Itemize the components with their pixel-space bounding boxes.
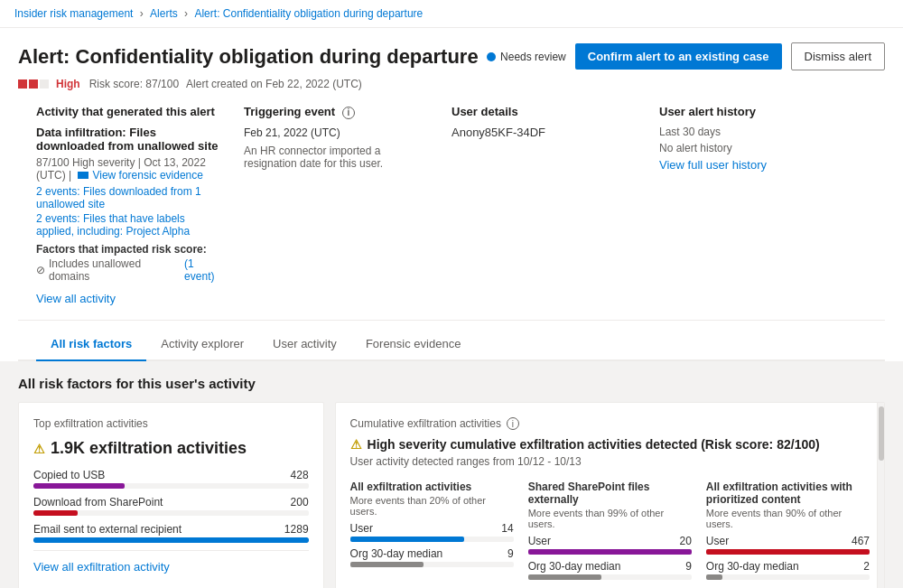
triggering-info-icon[interactable]: i [342,107,355,119]
sev-block-1 [18,79,27,89]
cumul-title-row: Cumulative exfiltration activities i [350,417,870,430]
confirm-alert-button[interactable]: Confirm alert to an existing case [575,43,782,70]
bar-email-track [33,537,309,543]
stat1-user-label: User [350,522,373,535]
cumul-sub: User activity detected ranges from 10/12… [350,455,870,468]
stat1-org-bar-fill [350,562,424,567]
bar-email-value: 1289 [284,523,309,536]
stat3-user-row: User 467 [706,535,870,547]
stat3-org-value: 2 [863,560,870,573]
stat2-org-label: Org 30-day median [528,560,621,573]
stat1-user-bar [350,537,514,542]
user-details-section: User details Anony85KF-34DF [452,105,659,305]
breadcrumb-current: Alert: Confidentiality obligation during… [194,7,423,20]
stat3-user-bar [706,549,870,555]
header-actions: Needs review Confirm alert to an existin… [487,42,885,70]
view-forensic-link[interactable]: View forensic evidence [92,169,203,182]
risk-score: Risk score: 87/100 [89,78,179,90]
stat1-user-bar-fill [350,537,465,542]
stat3-sub: More events than 90% of other users. [706,508,870,529]
cumul-warning-icon: ⚠ [350,437,362,452]
bar-email-fill [33,537,309,543]
last-30-label: Last 30 days [659,126,849,138]
tab-forensic-evidence[interactable]: Forensic evidence [351,328,476,361]
stat1-user-value: 14 [501,522,513,535]
user-id: Anony85KF-34DF [452,126,641,139]
cumul-info-icon[interactable]: i [507,417,519,430]
cumulative-card: Cumulative exfiltration activities i ⚠ H… [335,402,885,588]
stat-col-1: All exfiltration activities More events … [350,481,514,585]
stat2-sub: More events than 99% of other users. [528,508,692,529]
stat1-heading: All exfiltration activities [350,481,514,493]
needs-review-label: Needs review [500,51,566,63]
stat1-org-label: Org 30-day median [350,547,443,560]
breadcrumb-sep2: › [184,7,191,20]
stat2-org-bar [528,574,692,580]
bar-email-label: Email sent to external recipient [33,523,182,536]
stat3-org-row: Org 30-day median 2 [706,560,870,573]
stat2-user-bar-fill [528,549,692,555]
stat2-user-value: 20 [679,535,691,547]
bar-sp-fill [33,510,78,516]
stat1-sub: More events than 20% of other users. [350,495,514,517]
activity-heading: Activity that generated this alert [36,105,226,118]
stat3-org-bar-fill [706,574,722,580]
alert-created: Alert created on Feb 22, 2022 (UTC) [186,78,362,90]
stat1-org-bar [350,562,514,567]
activity-section: Activity that generated this alert Data … [36,105,244,305]
event-link-2[interactable]: 2 events: Files that have labels applied… [36,212,226,238]
forensic-icon [78,172,88,179]
stat2-user-row: User 20 [528,535,692,547]
stat3-user-bar-fill [706,549,870,555]
tabs-row: All risk factors Activity explorer User … [18,328,885,361]
tab-activity-explorer[interactable]: Activity explorer [146,328,258,361]
top-exfil-title: Top exfiltration activities [33,417,309,430]
scrollbar-thumb [879,406,884,461]
bar-usb-track [33,483,309,489]
content-grid: Activity that generated this alert Data … [18,105,885,321]
bar-usb-label: Copied to USB [33,469,105,481]
bar-sp-label: Download from SharePoint [33,496,163,509]
needs-review-dot [487,52,496,61]
breadcrumb-sep1: › [140,7,146,20]
triggering-date: Feb 21, 2022 (UTC) [244,126,433,139]
triggering-text: An HR connector imported a resignation d… [244,145,433,170]
risk-cards-row: Top exfiltration activities ⚠ 1.9K exfil… [18,402,885,588]
scrollbar[interactable] [877,403,884,588]
tab-user-activity[interactable]: User activity [258,328,351,361]
triggering-section: Triggering event i Feb 21, 2022 (UTC) An… [244,105,452,305]
stat-col-3: All exfiltration activities with priorit… [706,481,870,585]
sev-block-3 [40,79,49,89]
risk-factors-section: All risk factors for this user's activit… [0,361,903,588]
tab-all-risk-factors[interactable]: All risk factors [36,328,146,361]
stat3-user-label: User [706,535,729,547]
stats-grid: All exfiltration activities More events … [350,481,870,585]
bar-usb-value: 428 [291,469,309,481]
dismiss-alert-button[interactable]: Dismiss alert [791,42,885,70]
breadcrumb: Insider risk management › Alerts › Alert… [0,0,903,28]
cumul-heading: ⚠ High severity cumulative exfiltration … [350,437,870,452]
exfil-count: ⚠ 1.9K exfiltration activities [33,439,309,458]
stat2-org-value: 9 [685,560,692,573]
risk-event-link[interactable]: (1 event) [184,257,226,283]
view-all-activity-link[interactable]: View all activity [36,292,226,305]
stat2-org-row: Org 30-day median 9 [528,560,692,573]
triggering-heading: Triggering event i [244,105,433,119]
event-link-1[interactable]: 2 events: Files downloaded from 1 unallo… [36,185,226,210]
view-all-exfil-link[interactable]: View all exfiltration activity [33,560,309,574]
bar-sharepoint: Download from SharePoint 200 [33,496,309,516]
stat3-org-label: Org 30-day median [706,560,799,573]
user-alert-history-section: User alert history Last 30 days No alert… [659,105,867,305]
stat2-org-bar-fill [528,574,602,580]
risk-factor-item: ⊘ Includes unallowed domains (1 event) [36,257,226,283]
alert-meta: High Risk score: 87/100 Alert created on… [18,78,885,90]
breadcrumb-alerts[interactable]: Alerts [150,7,178,20]
risk-factors-label: Factors that impacted risk score: [36,243,226,256]
user-details-heading: User details [452,105,641,118]
stat-col-2: Shared SharePoint files externally More … [528,481,692,585]
breadcrumb-insider[interactable]: Insider risk management [14,7,133,20]
view-full-history-link[interactable]: View full user history [659,158,767,172]
stat2-heading: Shared SharePoint files externally [528,481,692,506]
bar-sp-value: 200 [291,496,309,509]
user-alert-history-heading: User alert history [659,105,849,118]
